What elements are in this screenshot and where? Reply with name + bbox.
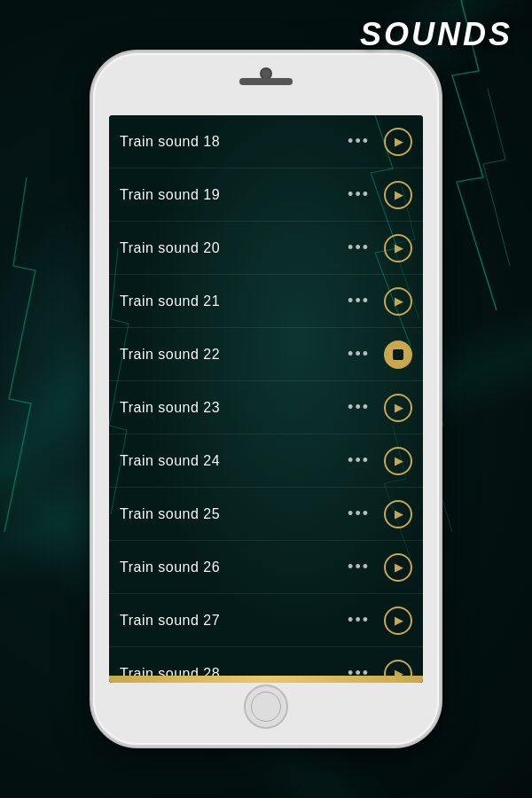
dots-menu-21[interactable]: ••• xyxy=(342,288,375,314)
play-button-27[interactable]: ▶ xyxy=(384,606,412,635)
sound-label-18: Train sound 18 xyxy=(120,134,342,150)
play-icon-19: ▶ xyxy=(395,188,403,201)
dots-menu-27[interactable]: ••• xyxy=(342,607,375,633)
play-icon-26: ▶ xyxy=(395,560,403,574)
play-button-26[interactable]: ▶ xyxy=(384,553,412,582)
play-icon-27: ▶ xyxy=(395,614,403,627)
dots-menu-18[interactable]: ••• xyxy=(342,129,375,154)
sound-label-27: Train sound 27 xyxy=(120,613,342,629)
play-button-19[interactable]: ▶ xyxy=(384,181,412,209)
stop-icon-22 xyxy=(393,349,403,360)
sound-label-25: Train sound 25 xyxy=(120,506,342,522)
phone-home-button[interactable] xyxy=(244,685,288,729)
sound-item-22[interactable]: Train sound 22••• xyxy=(109,328,423,381)
bottom-bar xyxy=(109,676,423,683)
play-button-21[interactable]: ▶ xyxy=(384,287,412,316)
sound-label-20: Train sound 20 xyxy=(120,240,342,256)
stop-button-22[interactable] xyxy=(384,340,412,369)
sound-label-21: Train sound 21 xyxy=(120,293,342,309)
phone-frame: Train sound 18•••▶Train sound 19•••▶Trai… xyxy=(93,53,439,745)
sound-label-22: Train sound 22 xyxy=(120,347,342,363)
sound-item-19[interactable]: Train sound 19•••▶ xyxy=(109,168,423,222)
play-button-18[interactable]: ▶ xyxy=(384,128,412,156)
app-title: SOUNDS xyxy=(360,16,512,53)
play-button-24[interactable]: ▶ xyxy=(384,447,412,475)
dots-menu-26[interactable]: ••• xyxy=(342,554,375,580)
sound-label-19: Train sound 19 xyxy=(120,187,342,203)
dots-menu-25[interactable]: ••• xyxy=(342,501,375,527)
sound-label-26: Train sound 26 xyxy=(120,559,342,575)
sound-item-27[interactable]: Train sound 27•••▶ xyxy=(109,594,423,647)
play-icon-24: ▶ xyxy=(395,454,403,467)
phone-speaker xyxy=(239,78,293,85)
dots-menu-23[interactable]: ••• xyxy=(342,395,375,420)
play-icon-20: ▶ xyxy=(395,241,403,254)
dots-menu-22[interactable]: ••• xyxy=(342,341,375,367)
play-icon-25: ▶ xyxy=(395,507,403,520)
sound-label-23: Train sound 23 xyxy=(120,400,342,416)
sound-item-25[interactable]: Train sound 25•••▶ xyxy=(109,488,423,541)
play-icon-21: ▶ xyxy=(395,294,403,308)
play-button-20[interactable]: ▶ xyxy=(384,234,412,262)
sound-list: Train sound 18•••▶Train sound 19•••▶Trai… xyxy=(109,115,423,683)
play-button-25[interactable]: ▶ xyxy=(384,500,412,528)
sound-item-23[interactable]: Train sound 23•••▶ xyxy=(109,381,423,434)
sound-item-20[interactable]: Train sound 20•••▶ xyxy=(109,222,423,275)
dots-menu-19[interactable]: ••• xyxy=(342,182,375,207)
sound-item-26[interactable]: Train sound 26•••▶ xyxy=(109,541,423,594)
sound-item-24[interactable]: Train sound 24•••▶ xyxy=(109,434,423,488)
play-icon-23: ▶ xyxy=(395,401,403,414)
sound-item-21[interactable]: Train sound 21•••▶ xyxy=(109,275,423,328)
dots-menu-24[interactable]: ••• xyxy=(342,448,375,473)
sound-label-24: Train sound 24 xyxy=(120,453,342,469)
sound-item-18[interactable]: Train sound 18•••▶ xyxy=(109,115,423,168)
phone-screen: Train sound 18•••▶Train sound 19•••▶Trai… xyxy=(109,115,423,683)
dots-menu-20[interactable]: ••• xyxy=(342,235,375,261)
play-button-23[interactable]: ▶ xyxy=(384,394,412,422)
play-icon-18: ▶ xyxy=(395,135,403,148)
